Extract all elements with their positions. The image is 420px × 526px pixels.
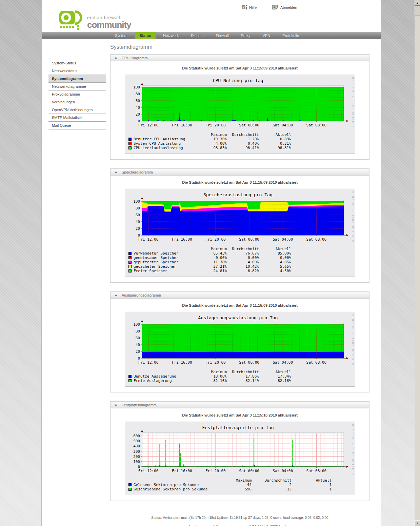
legend-color-swatch <box>128 146 132 149</box>
svg-text:100: 100 <box>133 322 140 327</box>
vertical-scrollbar[interactable]: ▲ ▼ <box>415 0 420 526</box>
legend-color-swatch <box>128 261 132 264</box>
panel-memory-header[interactable]: » Speicherdiagramm <box>111 169 369 176</box>
legend-row: Freie Auslagerung82.16%82.14%82.16% <box>128 379 355 383</box>
panel-disk-header[interactable]: » Festplattendiagramm <box>111 402 369 408</box>
panel-cpu: » CPU Diagramm Die Statistik wurde zulet… <box>110 54 369 160</box>
page-title: Systemdiagramm <box>110 44 381 50</box>
legend-value: 98.81% <box>259 146 291 150</box>
legend-value: 0.00% <box>227 256 259 260</box>
sidebar-item-smtp-mailstatistik[interactable]: SMTP Mailstatistik <box>48 114 106 121</box>
sidebar-item-verbindungen[interactable]: Verbindungen <box>48 98 106 106</box>
legend-color-swatch <box>128 256 132 259</box>
svg-text:60: 60 <box>136 336 140 340</box>
legend-color-swatch <box>128 252 132 255</box>
legend-label: CPU Leerlaufauslastung <box>134 146 195 150</box>
sidebar-item-netzwerkdiagramme[interactable]: Netzwerkdiagramme <box>48 82 106 90</box>
sidebar-item-system-status[interactable]: System-Status <box>48 59 106 67</box>
panel-swap-header[interactable]: » Auslagerungsdiagramm <box>111 292 369 299</box>
legend-value: 4.85% <box>259 260 291 264</box>
sidebar-item-netzwerkstatus[interactable]: Netzwerkstatus <box>48 67 106 75</box>
legend-value: 18.06% <box>195 374 227 379</box>
nav-item-netzwerk[interactable]: Netzwerk <box>158 32 183 39</box>
legend-color-swatch <box>128 142 132 145</box>
legend-label: System CPU Auslastung <box>134 141 195 146</box>
legend-label: Gelesene Sektoren pro Sekunde <box>134 483 212 487</box>
body-area: Systemdiagramm System-Status Netzwerksta… <box>42 44 381 526</box>
scroll-down-button[interactable]: ▼ <box>415 520 420 526</box>
panel-cpu-header[interactable]: » CPU Diagramm <box>111 55 369 61</box>
svg-text:Fri 20:00: Fri 20:00 <box>205 469 226 473</box>
chart-legend: MaximumDurchschnittAktuellBenutzer CPU A… <box>128 133 355 150</box>
nav-item-system[interactable]: System <box>110 32 132 39</box>
nav-item-status[interactable]: Status <box>135 32 156 39</box>
legend-value: 82.16% <box>195 379 227 383</box>
panel-disk: » Festplattendiagramm Die Statistik wurd… <box>110 401 369 501</box>
chart-title: CPU-Nutzung pro Tag <box>126 78 350 83</box>
help-link[interactable]: ? Hilfe <box>242 5 257 10</box>
svg-text:80: 80 <box>136 329 140 333</box>
legend-label: gemeinsamer Speicher <box>134 256 195 260</box>
svg-text:60: 60 <box>136 213 140 217</box>
nav-item-protokolle[interactable]: Protokolle <box>278 32 304 39</box>
nav-item-proxy[interactable]: Proxy <box>236 32 255 39</box>
panel-cpu-body: Die Statistik wurde zuletzt am Sat Apr 3… <box>111 61 369 159</box>
legend-color-swatch <box>128 375 132 378</box>
svg-text:Fri 16:00: Fri 16:00 <box>172 123 192 127</box>
legend-row: gepufferter Speicher11.38%4.09%4.85% <box>128 260 355 264</box>
svg-text:100: 100 <box>133 85 140 89</box>
legend-value: 0.00% <box>259 256 291 260</box>
updated-text: Die Statistik wurde zuletzt am Sat Apr 3… <box>111 66 369 70</box>
scroll-thumb[interactable] <box>415 6 420 16</box>
legend-value: 17.84% <box>259 374 291 379</box>
legend-value: 82.16% <box>259 379 291 383</box>
logout-link[interactable]: Abmelden <box>272 5 297 10</box>
rrdtool-attribution: RRDTOOL / TOBI OETIKER <box>351 77 354 128</box>
legend-value: 44 <box>212 483 252 487</box>
cpu-usage-graph: RRDTOOL / TOBI OETIKERCPU-Nutzung pro Ta… <box>125 74 355 154</box>
svg-text:Fri 16:00: Fri 16:00 <box>172 360 192 365</box>
legend-value: 98.83% <box>195 146 227 150</box>
sidebar-item-openvpn-verbindungen[interactable]: OpenVPN Verbindungen <box>48 106 106 114</box>
chart-canvas: 0100200300400500600Fri 12:00Fri 16:00Fri… <box>126 430 351 475</box>
chevron-right-icon: » <box>115 293 117 298</box>
sidebar-item-systemdiagramm[interactable]: Systemdiagramm <box>48 75 106 82</box>
disk-access-graph: RRDTOOL / TOBI OETIKERFestplattenzugriff… <box>125 421 355 495</box>
nav-item-vpn[interactable]: VPN <box>258 32 275 39</box>
legend-value: 0.40% <box>227 141 259 146</box>
sidebar-item-mail-queue[interactable]: Mail Queue <box>48 121 106 129</box>
nav-item-dienste[interactable]: Dienste <box>186 32 208 39</box>
legend-color-swatch <box>128 379 132 382</box>
updated-text: Die Statistik wurde zuletzt am Sat Apr 3… <box>111 180 369 184</box>
svg-text:40: 40 <box>136 105 140 110</box>
logo-line2: community <box>87 20 131 29</box>
svg-text:Sat 00:00: Sat 00:00 <box>239 237 259 242</box>
legend-column-header: Aktuell <box>259 133 291 137</box>
legend-row: Verwendeter Speicher85.43%76.67%85.00% <box>128 251 355 256</box>
legend-row: Gelesene Sektoren pro Sekunde4421 <box>128 483 355 487</box>
nav-item-firewall[interactable]: Firewall <box>211 32 233 39</box>
legend-row: Freier Speicher24.81%8.82%4.50% <box>128 269 355 273</box>
legend-value: 1.20% <box>227 137 259 141</box>
legend-row: Geschriebene Sektoren pro Sekunde596131 <box>128 487 355 491</box>
swap-usage-graph: RRDTOOL / TOBI OETIKERAuslagerungsauslas… <box>125 311 355 387</box>
logout-label: Abmelden <box>280 5 297 9</box>
sidebar-item-proxydiagramme[interactable]: Proxydiagramme <box>48 90 106 98</box>
svg-text:Sat 04:00: Sat 04:00 <box>273 360 293 365</box>
legend-column-header: Durchschnitt <box>227 247 259 251</box>
svg-text:Sat 08:00: Sat 08:00 <box>306 360 327 365</box>
svg-text:40: 40 <box>136 220 140 224</box>
legend-label: Benutzer CPU Auslastung <box>134 137 195 141</box>
scroll-up-button[interactable]: ▲ <box>415 0 420 6</box>
legend-column-header: Aktuell <box>292 478 332 483</box>
legend-value: 596 <box>212 487 252 491</box>
legend-label: Verwendeter Speicher <box>134 251 195 256</box>
legend-label: Freier Speicher <box>134 269 195 273</box>
legend-color-swatch <box>128 483 132 486</box>
legend-value: 1 <box>292 483 332 487</box>
legend-value: 5.65% <box>259 264 291 269</box>
legend-color-swatch <box>128 138 132 141</box>
logo-text: endian firewall community <box>87 15 131 31</box>
rrdtool-attribution: RRDTOOL / TOBI OETIKER <box>351 191 354 242</box>
svg-text:20: 20 <box>136 349 140 354</box>
